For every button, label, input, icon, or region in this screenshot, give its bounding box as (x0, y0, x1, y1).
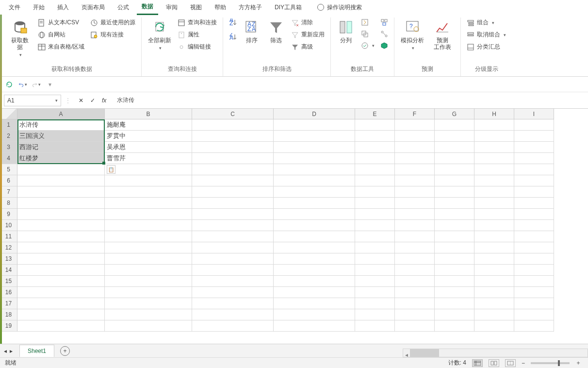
cell[interactable]: 曹雪芹 (105, 153, 192, 164)
from-web-button[interactable]: 自网站 (36, 30, 86, 40)
paste-options-button[interactable]: 📋 (107, 165, 115, 174)
cell[interactable] (192, 175, 274, 186)
cell[interactable] (105, 276, 192, 287)
cell[interactable]: 三国演义 (17, 131, 105, 142)
from-text-csv-button[interactable]: 从文本/CSV (36, 17, 86, 28)
cell[interactable] (474, 309, 514, 320)
cell[interactable] (17, 265, 105, 276)
cell[interactable] (192, 131, 274, 142)
cell[interactable] (274, 320, 355, 332)
menu-ffgz[interactable]: 方方格子 (234, 0, 267, 15)
cell[interactable] (192, 309, 274, 320)
cell[interactable] (514, 298, 554, 309)
cell[interactable] (474, 242, 514, 253)
column-header[interactable]: I (514, 109, 554, 119)
cell[interactable] (395, 198, 435, 209)
cell[interactable] (395, 209, 435, 220)
cell[interactable] (105, 164, 192, 175)
sort-desc-button[interactable]: ZA (227, 32, 239, 42)
cell[interactable] (474, 142, 514, 153)
cell[interactable] (17, 231, 105, 242)
cell[interactable] (105, 320, 192, 332)
cell[interactable] (17, 253, 105, 265)
view-normal-button[interactable] (472, 359, 483, 367)
cell[interactable] (474, 276, 514, 287)
cell[interactable] (435, 153, 474, 164)
cell[interactable] (17, 198, 105, 209)
text-to-columns-button[interactable]: 分列 (335, 17, 357, 63)
cell[interactable] (274, 309, 355, 320)
cell[interactable] (395, 131, 435, 142)
cell[interactable] (395, 242, 435, 253)
cell[interactable] (395, 298, 435, 309)
sheet-tab[interactable]: Sheet1 (19, 345, 54, 357)
cell[interactable] (192, 164, 274, 175)
cell[interactable] (435, 231, 474, 242)
column-header[interactable]: E (355, 109, 395, 119)
from-table-range-button[interactable]: 来自表格/区域 (36, 42, 86, 52)
cell[interactable] (435, 309, 474, 320)
cell[interactable] (355, 320, 395, 332)
column-header[interactable]: B (105, 109, 192, 119)
cell[interactable] (474, 253, 514, 265)
cell[interactable] (514, 175, 554, 186)
advanced-filter-button[interactable]: 高级 (289, 42, 327, 52)
cell[interactable] (514, 198, 554, 209)
name-box[interactable]: A1 ▾ (4, 95, 61, 106)
cell[interactable] (514, 142, 554, 153)
cell[interactable] (514, 276, 554, 287)
cell[interactable] (514, 287, 554, 298)
cell[interactable] (274, 198, 355, 209)
cell[interactable] (192, 220, 274, 231)
cell[interactable] (474, 265, 514, 276)
cell[interactable] (514, 231, 554, 242)
column-header[interactable]: H (474, 109, 514, 119)
row-header[interactable]: 4 (0, 153, 17, 164)
cell[interactable] (105, 298, 192, 309)
cell[interactable] (274, 253, 355, 265)
cell[interactable]: 水浒传 (17, 119, 105, 131)
cell[interactable] (17, 186, 105, 198)
zoom-slider[interactable] (531, 362, 570, 364)
formula-input[interactable]: 水浒传 (114, 95, 584, 106)
cell[interactable] (274, 220, 355, 231)
cell[interactable] (192, 142, 274, 153)
zoom-out-button[interactable]: − (522, 360, 525, 367)
row-header[interactable]: 18 (0, 309, 17, 320)
cell[interactable] (435, 198, 474, 209)
cell[interactable] (514, 320, 554, 332)
cell[interactable] (435, 320, 474, 332)
cell[interactable] (17, 287, 105, 298)
properties-button[interactable]: 属性 (176, 30, 219, 40)
cell[interactable] (192, 231, 274, 242)
cell[interactable] (395, 231, 435, 242)
row-header[interactable]: 5 (0, 164, 17, 175)
cell[interactable] (192, 287, 274, 298)
cell[interactable] (17, 320, 105, 332)
cell[interactable] (105, 220, 192, 231)
what-if-button[interactable]: ? 模拟分析▾ (398, 17, 426, 63)
cell[interactable] (355, 175, 395, 186)
cell[interactable] (435, 276, 474, 287)
cell[interactable] (105, 253, 192, 265)
menu-view[interactable]: 视图 (185, 0, 207, 15)
cell[interactable] (192, 265, 274, 276)
cell[interactable] (395, 175, 435, 186)
row-header[interactable]: 7 (0, 186, 17, 198)
cell[interactable] (435, 242, 474, 253)
enter-icon[interactable]: ✓ (90, 97, 95, 104)
cell[interactable] (105, 209, 192, 220)
column-header[interactable]: F (395, 109, 435, 119)
cell[interactable] (192, 209, 274, 220)
cell[interactable] (274, 231, 355, 242)
cell[interactable] (355, 209, 395, 220)
menu-formulas[interactable]: 公式 (113, 0, 134, 15)
column-header[interactable]: G (435, 109, 474, 119)
cell[interactable] (274, 153, 355, 164)
forecast-sheet-button[interactable]: 预测 工作表 (428, 17, 457, 63)
row-header[interactable]: 3 (0, 142, 17, 153)
cell[interactable] (435, 298, 474, 309)
cell[interactable] (17, 298, 105, 309)
cell[interactable] (274, 131, 355, 142)
menu-data[interactable]: 数据 (137, 0, 158, 15)
